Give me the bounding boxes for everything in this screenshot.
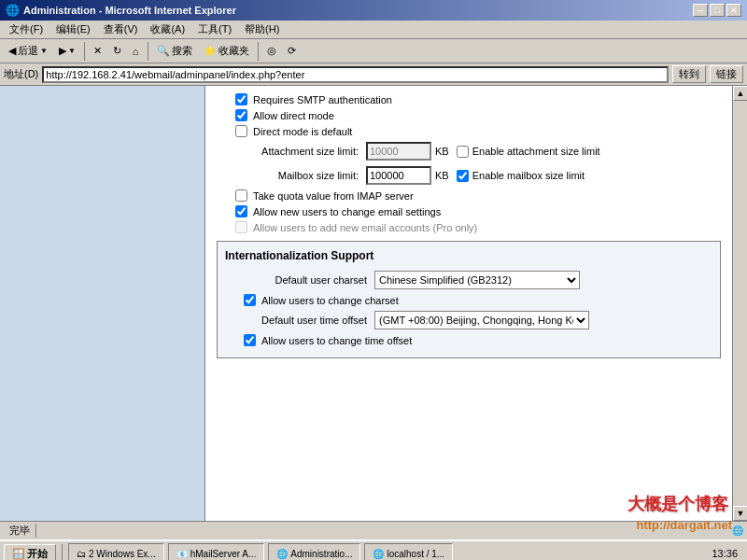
- close-button[interactable]: ✕: [726, 4, 741, 17]
- mailbox-size-label: Mailbox size limit:: [217, 170, 366, 181]
- i18n-title: Internationalization Support: [225, 249, 712, 262]
- attachment-unit: KB: [435, 146, 449, 157]
- menu-edit[interactable]: 编辑(E): [50, 21, 96, 37]
- home-icon: ⌂: [133, 46, 139, 57]
- allow-change-offset-label: Allow users to change time offset: [261, 335, 412, 346]
- enable-mailbox-label: Enable mailbox size limit: [472, 170, 585, 181]
- search-button[interactable]: 🔍 搜索: [152, 42, 197, 60]
- back-dropdown-icon[interactable]: ▼: [40, 47, 48, 55]
- time-offset-label: Default user time offset: [225, 315, 374, 326]
- enable-attachment-row: Enable attachment size limit: [457, 146, 600, 158]
- take-quota-row: Take quota value from IMAP server: [217, 189, 721, 202]
- media-button[interactable]: ◎: [262, 43, 281, 59]
- content-area: Requires SMTP authentication Allow direc…: [205, 86, 732, 521]
- enable-mailbox-checkbox[interactable]: [457, 170, 469, 182]
- charset-select[interactable]: Chinese Simplified (GB2312): [374, 271, 580, 289]
- taskbar-clock: 13:36: [706, 546, 743, 560]
- allow-add-accounts-label: Allow users to add new email accounts (P…: [253, 222, 477, 233]
- forward-dropdown-icon[interactable]: ▼: [68, 47, 76, 55]
- stop-icon: ✕: [93, 45, 102, 57]
- title-bar: 🌐 Administration - Microsoft Internet Ex…: [0, 0, 747, 21]
- attachment-size-label: Attachment size limit:: [217, 146, 366, 157]
- search-icon: 🔍: [157, 45, 170, 57]
- title-bar-controls: ─ □ ✕: [693, 4, 741, 17]
- taskbar-hmail[interactable]: 📧 hMailServer A...: [168, 543, 265, 560]
- ie-icon: 🌐: [6, 4, 20, 17]
- back-icon: ◀: [8, 45, 16, 57]
- taskbar-hmail-label: hMailServer A...: [190, 549, 257, 559]
- minimize-button[interactable]: ─: [693, 4, 708, 17]
- main-layout: Requires SMTP authentication Allow direc…: [0, 86, 747, 521]
- take-quota-checkbox[interactable]: [235, 189, 247, 202]
- search-label: 搜索: [172, 44, 192, 58]
- allow-direct-mode-checkbox[interactable]: [235, 109, 247, 121]
- enable-attachment-label: Enable attachment size limit: [472, 146, 600, 157]
- refresh-icon: ↻: [113, 45, 121, 57]
- go-button[interactable]: 转到: [672, 65, 706, 83]
- media-icon: ◎: [267, 45, 276, 57]
- charset-row: Default user charset Chinese Simplified …: [225, 270, 712, 290]
- allow-change-email-checkbox[interactable]: [235, 205, 247, 217]
- requires-smtp-checkbox[interactable]: [235, 93, 247, 105]
- allow-add-accounts-checkbox[interactable]: [235, 221, 247, 233]
- sidebar: [0, 86, 205, 521]
- toolbar-separator3: [258, 42, 259, 61]
- stop-button[interactable]: ✕: [89, 43, 106, 59]
- admin-icon: 🌐: [276, 549, 288, 559]
- toolbar-separator2: [148, 42, 148, 61]
- taskbar-admin[interactable]: 🌐 Administratio...: [268, 543, 360, 560]
- taskbar-localhost[interactable]: 🌐 localhost / 1...: [364, 543, 453, 560]
- favorites-icon: ⭐: [204, 45, 217, 57]
- time-offset-row: Default user time offset (GMT +08:00) Be…: [225, 310, 712, 330]
- status-right: 🌐: [732, 525, 743, 536]
- allow-change-charset-label: Allow users to change charset: [261, 295, 399, 306]
- mailbox-size-row: Mailbox size limit: KB Enable mailbox si…: [217, 165, 721, 186]
- scroll-track[interactable]: [733, 101, 747, 506]
- direct-mode-default-checkbox[interactable]: [235, 125, 247, 137]
- back-button[interactable]: ◀ 后退 ▼: [4, 42, 52, 60]
- scrollbar[interactable]: ▲ ▼: [732, 86, 747, 521]
- title-bar-text: 🌐 Administration - Microsoft Internet Ex…: [6, 4, 236, 17]
- menu-file[interactable]: 文件(F): [4, 21, 49, 37]
- enable-attachment-checkbox[interactable]: [457, 146, 469, 158]
- status-bar: 完毕 🌐: [0, 521, 747, 539]
- menu-view[interactable]: 查看(V): [98, 21, 144, 37]
- explorer-icon: 🗂: [77, 549, 86, 559]
- direct-mode-default-label: Direct mode is default: [253, 126, 352, 137]
- back-label: 后退: [18, 44, 38, 58]
- maximize-button[interactable]: □: [710, 4, 725, 17]
- menu-favorites[interactable]: 收藏(A): [145, 21, 190, 37]
- start-button[interactable]: 🪟 开始: [4, 544, 56, 561]
- scroll-up-button[interactable]: ▲: [733, 86, 747, 101]
- toolbar-separator: [84, 42, 85, 61]
- menu-tools[interactable]: 工具(T): [192, 21, 237, 37]
- window-title: Administration - Microsoft Internet Expl…: [23, 5, 236, 16]
- attachment-size-input[interactable]: [366, 142, 431, 161]
- localhost-icon: 🌐: [373, 549, 384, 559]
- favorites-button[interactable]: ⭐ 收藏夹: [199, 42, 254, 60]
- allow-change-offset-checkbox[interactable]: [244, 334, 256, 346]
- taskbar-explorer-label: 2 Windows Ex...: [89, 549, 156, 559]
- requires-smtp-label: Requires SMTP authentication: [253, 94, 392, 105]
- mailbox-size-input[interactable]: [366, 166, 431, 185]
- forward-button[interactable]: ▶ ▼: [54, 43, 80, 59]
- home-button[interactable]: ⌂: [128, 44, 144, 59]
- history-icon: ⟳: [288, 45, 296, 57]
- forward-icon: ▶: [59, 45, 66, 57]
- menu-help[interactable]: 帮助(H): [239, 21, 285, 37]
- scroll-down-button[interactable]: ▼: [733, 506, 747, 521]
- start-label: 开始: [27, 547, 48, 561]
- allow-change-email-row: Allow new users to change email settings: [217, 205, 721, 217]
- links-button[interactable]: 链接: [710, 65, 743, 83]
- allow-change-charset-checkbox[interactable]: [244, 294, 256, 306]
- history-button[interactable]: ⟳: [283, 43, 301, 59]
- refresh-button[interactable]: ↻: [108, 43, 126, 59]
- windows-icon: 🪟: [12, 548, 25, 560]
- allow-direct-mode-label: Allow direct mode: [253, 110, 334, 121]
- time-offset-select[interactable]: (GMT +08:00) Beijing, Chongqing, Hong Ko…: [374, 311, 589, 329]
- taskbar-explorer[interactable]: 🗂 2 Windows Ex...: [68, 543, 164, 560]
- address-input[interactable]: [42, 66, 669, 83]
- taskbar-localhost-label: localhost / 1...: [387, 549, 444, 559]
- taskbar: 🪟 开始 🗂 2 Windows Ex... 📧 hMailServer A..…: [0, 539, 747, 560]
- status-text: 完毕: [4, 524, 36, 538]
